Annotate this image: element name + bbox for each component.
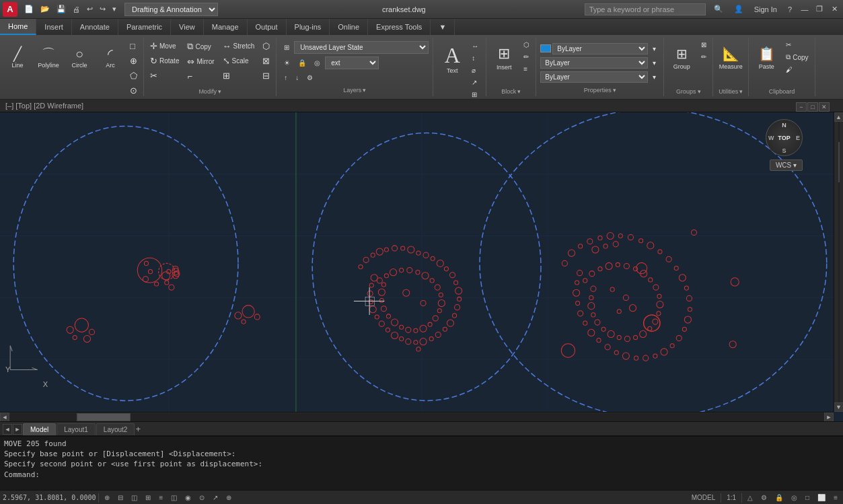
tab-output[interactable]: Output xyxy=(248,19,287,35)
vp-restore-button[interactable]: □ xyxy=(807,102,818,112)
ws-settings[interactable]: ⚙ xyxy=(758,493,770,502)
layer-props-button[interactable]: ⊞ xyxy=(281,42,293,53)
lineweight-toggle[interactable]: ⊙ xyxy=(196,493,207,502)
tab-plug-ins[interactable]: Plug-ins xyxy=(287,19,330,35)
linetype-more[interactable]: ▾ xyxy=(649,57,659,69)
tab-express-tools[interactable]: Express Tools xyxy=(368,19,431,35)
table-button[interactable]: ⊞ xyxy=(468,89,482,100)
draw-extra-2[interactable]: ⊕ xyxy=(126,54,141,68)
scroll-left-button[interactable]: ◄ xyxy=(0,412,9,422)
tab-parametric[interactable]: Parametric xyxy=(118,19,171,35)
tab-view[interactable]: View xyxy=(171,19,204,35)
annotation-scale[interactable]: △ xyxy=(745,493,756,502)
search-input[interactable] xyxy=(585,3,706,15)
tab-manage[interactable]: Manage xyxy=(204,19,248,35)
draw-extra-3[interactable]: ⬠ xyxy=(126,69,141,83)
undo-button[interactable]: ↩ xyxy=(84,3,96,15)
utilities-label[interactable]: Utilities ▾ xyxy=(716,88,745,95)
scroll-down-button[interactable]: ▼ xyxy=(834,402,844,412)
mod-extra3[interactable]: ⊟ xyxy=(259,69,273,83)
restore-button[interactable]: ❐ xyxy=(813,3,826,15)
stretch-button[interactable]: ↔ Stretch xyxy=(219,39,258,53)
qa-dropdown[interactable]: ▾ xyxy=(110,3,119,15)
layers-label[interactable]: Layers ▾ xyxy=(281,87,429,94)
dim3-button[interactable]: ⌀ xyxy=(468,65,482,76)
array-button[interactable]: ⊞ xyxy=(219,69,258,83)
circle-button[interactable]: ○ Circle xyxy=(65,39,94,76)
tab-model[interactable]: Model xyxy=(23,423,56,435)
fillet-button[interactable]: ⌐ xyxy=(184,69,217,83)
scrollbar-bottom[interactable]: ◄ ► xyxy=(0,412,834,421)
viewport[interactable]: Y X N S W E TOP WCS ▾ xyxy=(0,112,843,421)
grid-toggle[interactable]: ⊟ xyxy=(115,493,126,502)
ungroup-btn[interactable]: ⊠ xyxy=(698,39,710,50)
tab-next-button[interactable]: ► xyxy=(13,424,22,435)
insert-button[interactable]: ⊞ Insert xyxy=(489,39,519,76)
layer-btn2[interactable]: 🔒 xyxy=(295,57,309,69)
arc-button[interactable]: ◜ Arc xyxy=(96,39,125,76)
scale-button[interactable]: ⤡ Scale xyxy=(219,54,258,68)
lock-ui[interactable]: 🔒 xyxy=(772,493,786,502)
block-editor-btn[interactable]: ✏ xyxy=(520,51,533,63)
cut-button[interactable]: ✂ xyxy=(782,39,811,50)
clipboard-label[interactable]: Clipboard xyxy=(752,88,811,95)
layer-current-select[interactable]: ext xyxy=(325,57,379,69)
minimize-button[interactable]: — xyxy=(799,3,811,15)
scroll-thumb-bottom[interactable] xyxy=(77,413,131,421)
dim2-button[interactable]: ↕ xyxy=(468,52,482,64)
scroll-right-button[interactable]: ► xyxy=(824,412,834,422)
customize[interactable]: ≡ xyxy=(831,493,840,502)
tab-online[interactable]: Online xyxy=(330,19,368,35)
compass-circle[interactable]: N S W E TOP xyxy=(766,119,803,156)
otrack-toggle[interactable]: ◫ xyxy=(168,493,180,502)
scroll-thumb-right[interactable] xyxy=(838,142,840,182)
tab-insert[interactable]: Insert xyxy=(36,19,72,35)
move-button[interactable]: ✛ Move xyxy=(147,39,182,53)
linetype-select[interactable]: ByLayer xyxy=(540,57,648,69)
tab-home[interactable]: Home xyxy=(0,19,36,35)
measure-button[interactable]: 📐 Measure xyxy=(716,39,745,76)
help-button[interactable]: ? xyxy=(784,4,796,15)
mod-extra1[interactable]: ⬡ xyxy=(259,39,273,53)
close-button[interactable]: ✕ xyxy=(828,3,840,15)
layer-state-select[interactable]: Unsaved Layer State xyxy=(294,41,429,54)
print-button[interactable]: 🖨 xyxy=(70,3,83,15)
draw-extra-1[interactable]: □ xyxy=(126,39,141,53)
layer-btn6[interactable]: ⚙ xyxy=(303,72,316,83)
line-button[interactable]: ╱ Line xyxy=(3,39,32,76)
define-attr-btn[interactable]: ≡ xyxy=(520,63,533,75)
lineweight-select[interactable]: ByLayer xyxy=(540,71,648,83)
tab-annotate[interactable]: Annotate xyxy=(72,19,118,35)
tab-prev-button[interactable]: ◄ xyxy=(3,424,12,435)
groups-label[interactable]: Groups ▾ xyxy=(667,88,710,95)
search-icon-btn[interactable]: 🔍 xyxy=(710,3,727,15)
scrollbar-right[interactable]: ▲ ▼ xyxy=(834,112,843,412)
leader-button[interactable]: ↗ xyxy=(468,77,482,88)
layer-btn4[interactable]: ↑ xyxy=(281,72,291,83)
user-icon-btn[interactable]: 👤 xyxy=(730,3,747,15)
sign-in-button[interactable]: Sign In xyxy=(750,4,781,15)
rotate-button[interactable]: ↻ Rotate xyxy=(147,54,182,68)
ortho-toggle[interactable]: ◫ xyxy=(129,493,140,502)
save-button[interactable]: 💾 xyxy=(54,3,69,15)
scroll-up-button[interactable]: ▲ xyxy=(834,112,844,122)
group-edit-btn[interactable]: ✏ xyxy=(698,51,710,63)
polyline-button[interactable]: ⌒ Polyline xyxy=(34,39,63,76)
layer-btn3[interactable]: ◎ xyxy=(311,57,324,69)
layer-btn1[interactable]: ☀ xyxy=(281,57,293,69)
viewport-scale[interactable]: 1:1 xyxy=(724,493,739,502)
redo-button[interactable]: ↪ xyxy=(97,3,108,15)
osnap-toggle[interactable]: ≡ xyxy=(156,493,166,502)
copy-button[interactable]: ⧉ Copy xyxy=(184,39,217,54)
group-button[interactable]: ⊞ Group xyxy=(667,39,696,76)
snap-toggle[interactable]: ⊕ xyxy=(102,493,112,502)
vp-min-button[interactable]: − xyxy=(796,102,807,112)
match-prop-button[interactable]: 🖌 xyxy=(782,64,811,75)
workspace-selector[interactable]: Drafting & Annotation xyxy=(124,3,218,16)
draw-extra-4[interactable]: ⊙ xyxy=(126,83,141,98)
properties-label[interactable]: Properties ▾ xyxy=(540,87,659,94)
open-button[interactable]: 📂 xyxy=(38,3,52,15)
modify-label[interactable]: Modify ▾ xyxy=(147,88,273,95)
paste-button[interactable]: 📋 Paste xyxy=(752,39,781,76)
trim-button[interactable]: ✂ xyxy=(147,69,182,83)
